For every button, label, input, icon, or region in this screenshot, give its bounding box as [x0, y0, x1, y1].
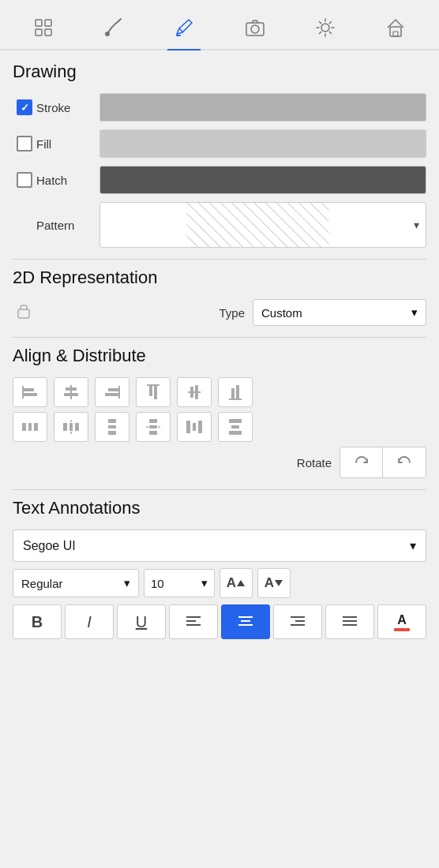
- svg-rect-36: [195, 385, 198, 399]
- pattern-swatch[interactable]: ▾: [99, 202, 426, 248]
- bold-icon: B: [32, 613, 43, 631]
- svg-point-7: [251, 25, 259, 33]
- svg-rect-59: [229, 431, 242, 435]
- justify-text-btn[interactable]: [325, 604, 374, 639]
- nav-sun[interactable]: [309, 11, 342, 44]
- pattern-row: Pattern ▾: [36, 202, 426, 248]
- align-right-text-btn[interactable]: [273, 604, 322, 639]
- svg-rect-24: [23, 393, 37, 396]
- svg-rect-32: [149, 385, 152, 396]
- bold-btn[interactable]: B: [13, 604, 62, 639]
- pattern-label: Pattern: [36, 219, 99, 232]
- align-center-text-btn[interactable]: [221, 604, 270, 639]
- rotate-cw-btn[interactable]: [340, 447, 383, 477]
- font-select[interactable]: Segoe UI ▾: [13, 529, 426, 562]
- underline-icon: U: [136, 613, 147, 631]
- svg-marker-61: [275, 580, 283, 586]
- stroke-color-swatch[interactable]: [99, 93, 426, 122]
- svg-rect-35: [190, 387, 193, 398]
- align-left-btn[interactable]: [13, 377, 47, 407]
- lock-icon[interactable]: [13, 299, 35, 326]
- hatch-color-swatch[interactable]: [99, 166, 426, 194]
- representation-row: Type Custom ▾: [13, 299, 426, 326]
- align-right-btn[interactable]: [95, 377, 129, 407]
- font-size-value: 10: [151, 577, 164, 590]
- distribute-center-h-btn[interactable]: [54, 412, 88, 442]
- align-left-text-btn[interactable]: [169, 604, 218, 639]
- align-center-h-btn[interactable]: [54, 377, 88, 407]
- svg-rect-41: [28, 423, 32, 431]
- divider-2: [13, 337, 426, 338]
- svg-rect-30: [105, 393, 119, 396]
- rotate-label: Rotate: [297, 456, 332, 470]
- nav-camera[interactable]: [238, 11, 272, 44]
- align-row-2: [13, 412, 426, 442]
- italic-btn[interactable]: I: [65, 604, 114, 639]
- svg-rect-58: [231, 425, 239, 428]
- font-size-increase-btn[interactable]: A: [220, 568, 253, 598]
- align-section: Align & Distribute: [13, 346, 426, 478]
- distribute-equal-h-btn[interactable]: [177, 412, 212, 442]
- type-select[interactable]: Custom ▾: [253, 299, 426, 326]
- top-nav: [0, 0, 439, 51]
- svg-rect-38: [231, 388, 235, 399]
- svg-rect-5: [176, 35, 181, 36]
- hatch-label: Hatch: [36, 174, 99, 187]
- divider-1: [13, 259, 426, 260]
- font-color-btn[interactable]: A: [377, 604, 426, 639]
- font-chevron: ▾: [410, 538, 416, 553]
- content-area: Drawing Stroke Fill Hatch P: [0, 51, 439, 658]
- svg-rect-51: [149, 419, 157, 423]
- svg-rect-40: [22, 423, 26, 431]
- svg-line-16: [319, 32, 321, 33]
- representation-title: 2D Representation: [13, 268, 426, 288]
- rotate-ccw-btn[interactable]: [383, 447, 426, 477]
- svg-line-14: [329, 32, 331, 33]
- align-bottom-btn[interactable]: [218, 377, 253, 407]
- fill-checkbox[interactable]: [17, 136, 32, 152]
- text-section: Text Annotations Segoe UI ▾ Regular ▾ 10…: [13, 498, 426, 639]
- svg-rect-29: [108, 388, 119, 391]
- representation-section: 2D Representation Type Custom ▾: [13, 268, 426, 326]
- nav-properties[interactable]: [27, 11, 60, 44]
- style-chevron: ▾: [124, 576, 130, 590]
- align-top-btn[interactable]: [136, 377, 171, 407]
- stroke-checkbox[interactable]: [17, 99, 32, 115]
- align-middle-btn[interactable]: [177, 377, 212, 407]
- svg-rect-56: [198, 421, 202, 433]
- svg-rect-26: [66, 387, 77, 391]
- italic-icon: I: [87, 613, 92, 631]
- type-label: Type: [219, 306, 245, 320]
- fill-label: Fill: [36, 137, 99, 151]
- nav-drawing[interactable]: [167, 11, 201, 44]
- nav-brush[interactable]: [97, 11, 130, 44]
- distribute-equal-v-btn[interactable]: [218, 412, 253, 442]
- font-style-select[interactable]: Regular ▾: [13, 569, 139, 597]
- hatch-row: Hatch: [13, 166, 426, 194]
- align-grid: [13, 377, 426, 442]
- distribute-center-v-btn[interactable]: [136, 412, 171, 442]
- svg-rect-0: [36, 20, 42, 26]
- size-chevron: ▾: [201, 576, 208, 590]
- svg-rect-27: [64, 393, 78, 396]
- fill-color-swatch[interactable]: [99, 129, 426, 158]
- svg-point-8: [321, 24, 329, 32]
- svg-rect-39: [236, 385, 239, 399]
- svg-rect-33: [154, 385, 157, 399]
- svg-rect-18: [393, 32, 398, 36]
- underline-btn[interactable]: U: [117, 604, 166, 639]
- svg-rect-55: [193, 423, 196, 431]
- svg-rect-57: [229, 419, 242, 423]
- font-size-decrease-btn[interactable]: A: [257, 568, 291, 598]
- font-size-select[interactable]: 10 ▾: [144, 569, 215, 597]
- type-chevron: ▾: [411, 305, 418, 320]
- distribute-v-btn[interactable]: [95, 412, 129, 442]
- hatch-checkbox[interactable]: [17, 172, 32, 188]
- distribute-h-btn[interactable]: [13, 412, 47, 442]
- svg-rect-20: [187, 203, 329, 247]
- svg-line-15: [329, 22, 331, 24]
- font-color-letter: A: [397, 613, 407, 627]
- rotate-buttons: [340, 447, 426, 478]
- svg-rect-2: [45, 20, 51, 26]
- nav-house[interactable]: [379, 11, 412, 44]
